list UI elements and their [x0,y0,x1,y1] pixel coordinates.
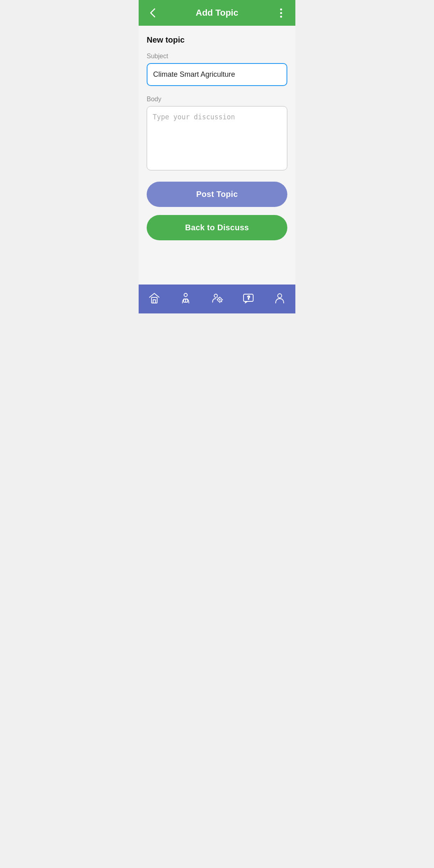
main-content: New topic Subject Body Post Topic Back t… [139,26,295,285]
profile-icon [272,291,287,305]
more-options-button[interactable] [274,6,287,19]
subject-label: Subject [147,53,287,60]
back-button[interactable] [147,7,160,18]
nav-item-profile[interactable] [264,291,295,305]
nav-item-home[interactable] [139,291,170,305]
learn-icon [178,291,193,305]
svg-text:?: ? [247,295,250,301]
nav-item-learn[interactable] [170,291,201,305]
section-title: New topic [147,35,287,45]
dot-1 [280,8,282,10]
home-icon [147,291,162,305]
nav-item-ai[interactable] [201,291,233,305]
svg-point-5 [214,294,217,297]
subject-input[interactable] [147,63,287,86]
body-textarea[interactable] [147,106,287,170]
post-topic-button[interactable]: Post Topic [147,182,287,207]
nav-item-discuss[interactable]: ? [233,291,264,305]
svg-rect-1 [153,300,156,303]
svg-line-12 [221,301,222,302]
svg-point-13 [219,299,221,301]
app-header: Add Topic [139,0,295,26]
svg-line-11 [218,298,219,299]
ai-icon [210,291,224,305]
back-to-discuss-button[interactable]: Back to Discuss [147,215,287,240]
dot-3 [280,16,282,18]
page-title: Add Topic [160,8,274,18]
dot-2 [280,12,282,14]
svg-rect-0 [151,297,157,303]
body-label: Body [147,96,287,103]
svg-point-16 [278,294,282,298]
svg-point-2 [184,293,187,297]
bottom-navigation: ? [139,285,295,313]
discuss-icon: ? [241,291,256,305]
